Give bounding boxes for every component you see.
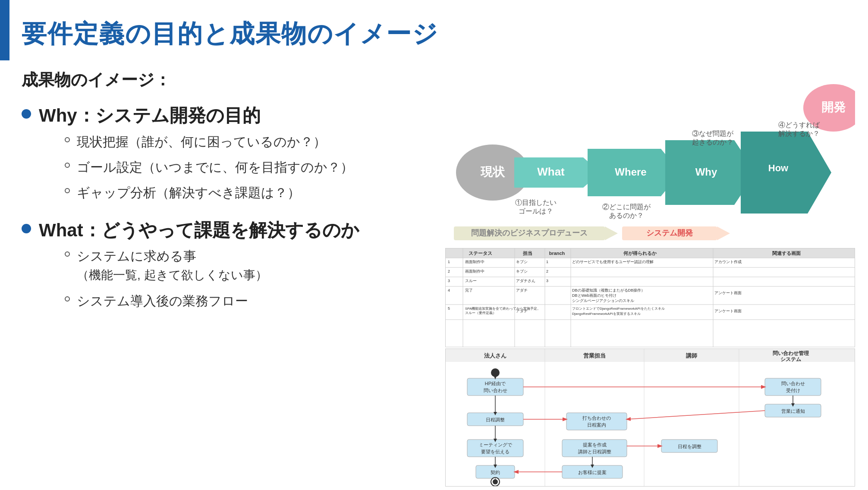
svg-text:解決するか？: 解決するか？ (778, 130, 820, 137)
svg-text:問い合わせ: 問い合わせ (484, 388, 507, 393)
svg-text:開発: 開発 (821, 101, 846, 114)
svg-text:DjangoRestFrameworkAPIを実装するスキル: DjangoRestFrameworkAPIを実装するスキル (572, 312, 641, 316)
svg-text:要望を伝える: 要望を伝える (481, 449, 509, 454)
svg-text:ゴールは？: ゴールは？ (519, 207, 553, 215)
svg-text:日程調整: 日程調整 (486, 417, 505, 422)
arrow-diagram-svg: 現状 What Where Why How 開発 ①目指したい ゴールは？ ②ど… (445, 56, 855, 242)
bullet-main-text-2: What：どうやって課題を解決するのか (39, 219, 359, 242)
svg-text:営業に通知: 営業に通知 (781, 408, 805, 414)
svg-text:アダチさん: アダチさん (516, 279, 535, 283)
sub-bullet-1-3: ギャップ分析（解決すべき課題は？） (65, 183, 353, 202)
svg-text:アダチ: アダチ (516, 309, 528, 313)
svg-text:キブシ: キブシ (516, 269, 528, 273)
svg-text:シングルページアクションのスキル: シングルページアクションのスキル (572, 298, 634, 303)
svg-text:営業担当: 営業担当 (583, 352, 606, 359)
svg-text:キブシ: キブシ (516, 260, 528, 264)
svg-text:完了: 完了 (465, 288, 473, 292)
sub-bullet-dot (65, 251, 70, 257)
sub-bullet-dot (65, 296, 70, 302)
bullet-dot-1 (22, 109, 31, 119)
sub-bullet-text-1-2: ゴール設定（いつまでに、何を目指すのか？） (77, 157, 353, 177)
svg-text:1: 1 (546, 260, 548, 264)
sub-bullet-1-2: ゴール設定（いつまでに、何を目指すのか？） (65, 157, 353, 177)
svg-text:DBの基礎知識（複数にまたがるDB操作）: DBの基礎知識（複数にまたがるDB操作） (572, 288, 645, 292)
svg-text:Where: Where (615, 166, 646, 178)
svg-text:How: How (768, 163, 789, 173)
svg-text:2: 2 (448, 269, 450, 273)
sub-bullet-text-1-1: 現状把握（誰が、何に困っているのか？） (77, 132, 326, 151)
svg-text:②どこに問題が: ②どこに問題が (602, 203, 651, 210)
spreadsheet-svg: ステータス 担当 branch 何が得られるか 関連する画面 1 画面制作中 キ… (446, 248, 855, 347)
sub-sub-text-2-1: （機能一覧, 起きて欲しくない事） (77, 266, 267, 285)
svg-text:アンケート画面: アンケート画面 (714, 291, 742, 295)
spreadsheet-mockup: ステータス 担当 branch 何が得られるか 関連する画面 1 画面制作中 キ… (445, 248, 855, 347)
svg-text:法人さん: 法人さん (484, 352, 506, 359)
svg-text:4: 4 (448, 288, 450, 292)
svg-text:2: 2 (546, 269, 548, 273)
svg-marker-24 (717, 226, 730, 240)
svg-text:問い合わせ管理: 問い合わせ管理 (773, 350, 809, 356)
bullet-why: Why：システム開発の目的 現状把握（誰が、何に困っているのか？） ゴール設定（… (22, 104, 410, 211)
svg-text:アダチ: アダチ (516, 288, 528, 292)
svg-text:スルー: スルー (465, 279, 477, 283)
bullet-dot-2 (22, 224, 31, 233)
sub-bullet-2-2: システム導入後の業務フロー (65, 291, 359, 311)
svg-text:どのサービスでも使用するユーザー認証の理解: どのサービスでも使用するユーザー認証の理解 (572, 260, 654, 264)
sub-bullet-dot (65, 163, 70, 168)
blue-accent-bar (0, 0, 9, 60)
sub-bullets-1: 現状把握（誰が、何に困っているのか？） ゴール設定（いつまでに、何を目指すのか？… (65, 132, 353, 202)
svg-text:関連する画面: 関連する画面 (772, 251, 801, 256)
svg-text:日程案内: 日程案内 (587, 422, 606, 427)
svg-text:HP経由で: HP経由で (485, 381, 506, 386)
svg-text:提案を作成: 提案を作成 (583, 442, 607, 447)
svg-text:1: 1 (448, 260, 450, 264)
page-title: 要件定義の目的と成果物のイメージ (22, 17, 438, 51)
svg-text:branch: branch (549, 251, 565, 256)
svg-text:3: 3 (546, 279, 548, 283)
svg-text:システム: システム (780, 356, 801, 362)
svg-text:あるのか？: あるのか？ (609, 212, 644, 219)
svg-point-80 (491, 368, 500, 377)
svg-text:3: 3 (448, 279, 450, 283)
svg-text:DBとWeb画面のヒモ付け: DBとWeb画面のヒモ付け (572, 293, 616, 298)
svg-marker-21 (605, 226, 618, 240)
svg-text:お客様に提案: お客様に提案 (578, 470, 607, 475)
sub-bullet-text-2-1: システムに求める事 （機能一覧, 起きて欲しくない事） (77, 246, 267, 285)
svg-text:講師: 講師 (686, 352, 697, 359)
svg-text:What: What (537, 165, 565, 178)
svg-text:受付け: 受付け (786, 388, 800, 393)
svg-text:問い合わせ: 問い合わせ (781, 381, 805, 386)
svg-text:問題解決のビジネスプロデュース: 問題解決のビジネスプロデュース (471, 229, 588, 237)
flow-diagram: 法人さん 営業担当 講師 問い合わせ管理 システム HP経由で 問い合わせ 問い… (445, 349, 855, 487)
sub-bullet-dot (65, 137, 70, 142)
svg-text:Why: Why (695, 166, 717, 178)
svg-text:ステータス: ステータス (469, 251, 492, 256)
svg-text:打ち合わせの: 打ち合わせの (582, 415, 611, 421)
svg-text:システム開発: システム開発 (646, 229, 693, 237)
svg-text:起きるのか？: 起きるのか？ (692, 138, 733, 146)
sub-bullet-2-1: システムに求める事 （機能一覧, 起きて欲しくない事） (65, 246, 359, 285)
svg-text:フロントエンドでDjangoRestFrameworkAPI: フロントエンドでDjangoRestFrameworkAPIをたたくスキル (572, 307, 665, 311)
sub-bullets-2: システムに求める事 （機能一覧, 起きて欲しくない事） システム導入後の業務フロ… (65, 246, 359, 311)
svg-text:5: 5 (448, 306, 450, 311)
svg-line-100 (627, 411, 765, 419)
svg-text:何が得られるか: 何が得られるか (623, 251, 657, 256)
svg-text:スルー（要件定義）: スルー（要件定義） (465, 311, 496, 315)
svg-text:③なぜ問題が: ③なぜ問題が (692, 130, 734, 137)
svg-text:④どうすれば: ④どうすれば (778, 121, 820, 129)
svg-text:アカウント作成: アカウント作成 (714, 260, 742, 264)
sub-bullet-text-2-2: システム導入後の業務フロー (77, 291, 248, 311)
diagram-area: 現状 What Where Why How 開発 ①目指したい ゴールは？ ②ど… (445, 56, 855, 479)
content-area: 成果物のイメージ： Why：システム開発の目的 現状把握（誰が、何に困っているの… (22, 69, 410, 327)
section-title: 成果物のイメージ： (22, 69, 410, 91)
svg-text:①目指したい: ①目指したい (515, 199, 557, 206)
svg-text:講師と日程調整: 講師と日程調整 (578, 449, 611, 454)
bullet-what: What：どうやって課題を解決するのか システムに求める事 （機能一覧, 起きて… (22, 219, 410, 319)
sub-bullet-text-1-3: ギャップ分析（解決すべき課題は？） (77, 183, 300, 202)
sub-bullet-1-1: 現状把握（誰が、何に困っているのか？） (65, 132, 353, 151)
svg-text:ミーティングで: ミーティングで (479, 442, 513, 447)
svg-text:現状: 現状 (480, 165, 506, 179)
svg-text:SPA機能追加実施を全て終わってから実施予定。: SPA機能追加実施を全て終わってから実施予定。 (465, 307, 541, 311)
svg-text:画面制作中: 画面制作中 (465, 260, 484, 264)
svg-point-123 (493, 479, 498, 484)
